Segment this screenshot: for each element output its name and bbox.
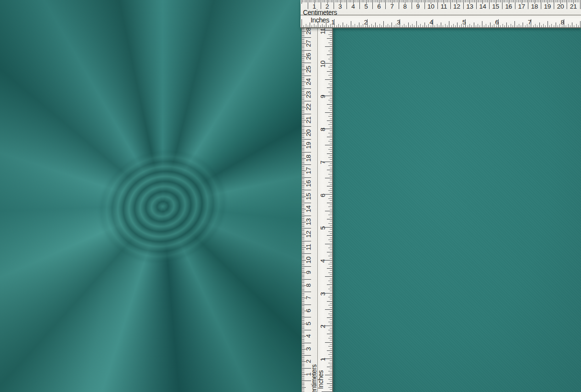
tick-mark [330, 94, 332, 94]
inch-number: 5 [462, 19, 466, 26]
tick-mark [330, 86, 332, 86]
cm-number: 13 [305, 218, 312, 225]
tick-mark [328, 198, 332, 199]
tick-mark [330, 44, 332, 45]
tick-mark [302, 194, 304, 194]
tick-mark [566, 25, 566, 28]
tick-mark [564, 0, 565, 2]
tick-mark [572, 22, 572, 27]
tick-mark [302, 118, 304, 118]
tick-mark [353, 25, 353, 28]
inch-number: 7 [320, 161, 326, 164]
tick-mark [302, 338, 304, 338]
tick-mark [302, 0, 302, 4]
tick-mark [330, 172, 332, 172]
inch-number: 4 [320, 259, 326, 262]
tick-mark [482, 21, 482, 27]
tick-mark [506, 0, 506, 2]
tick-mark [469, 24, 470, 27]
tick-mark [302, 208, 304, 208]
tick-mark [554, 25, 554, 28]
tick-mark [545, 0, 545, 2]
tick-mark [322, 24, 323, 27]
tick-mark [359, 22, 359, 27]
tick-mark [396, 0, 396, 2]
tick-mark [330, 307, 332, 308]
tick-mark [302, 330, 311, 330]
cm-number: 25 [305, 65, 312, 72]
tick-mark [330, 143, 332, 143]
tick-mark [330, 200, 332, 201]
tick-mark [330, 246, 332, 246]
tick-mark [571, 0, 571, 2]
cm-number: 1 [313, 3, 316, 10]
tick-mark [302, 320, 304, 320]
tick-mark [330, 209, 332, 209]
tick-mark [302, 346, 304, 347]
tick-mark [302, 360, 304, 361]
tick-mark [305, 0, 306, 2]
tick-mark [330, 57, 332, 57]
tick-mark [318, 21, 318, 27]
tick-mark [361, 25, 361, 28]
cm-number: 15 [305, 193, 312, 199]
tick-mark [359, 0, 360, 9]
tick-mark [302, 217, 304, 217]
tick-mark [302, 32, 304, 33]
tick-mark [341, 0, 342, 2]
tick-mark [302, 83, 304, 84]
tick-mark [406, 0, 407, 2]
tick-mark [480, 25, 480, 28]
inch-number: 3 [320, 292, 326, 295]
tick-mark [330, 365, 332, 365]
cm-number: 7 [305, 296, 312, 300]
tick-mark [328, 322, 332, 322]
tick-mark [447, 25, 447, 28]
tick-mark [538, 0, 539, 2]
tick-mark [327, 137, 332, 137]
tick-mark [302, 365, 304, 366]
tick-mark [447, 0, 447, 2]
cm-number: 15 [492, 3, 499, 10]
tick-mark [339, 0, 339, 2]
tick-mark [504, 25, 505, 28]
tick-mark [302, 66, 304, 67]
tick-mark [435, 0, 435, 2]
tick-mark [302, 242, 304, 242]
tick-mark [328, 256, 332, 256]
tick-mark [330, 225, 332, 226]
tick-mark [302, 129, 304, 130]
tick-mark [328, 75, 332, 76]
tick-mark [383, 0, 383, 2]
tick-mark [302, 99, 304, 100]
tick-mark [302, 148, 304, 149]
tick-mark [302, 382, 304, 382]
tick-mark [330, 176, 332, 176]
tick-mark [579, 0, 579, 2]
tick-mark [302, 377, 304, 377]
tick-mark [330, 65, 332, 65]
tick-mark [302, 303, 304, 304]
tick-mark [330, 348, 332, 349]
tick-mark [302, 36, 304, 36]
tick-mark [328, 182, 332, 183]
tick-mark [356, 0, 356, 2]
inch-number: 2 [320, 325, 326, 328]
tick-mark [330, 328, 332, 328]
ruler-vertical: Centimeters Inches 123456789101112131415… [302, 28, 333, 392]
tick-mark [302, 30, 304, 30]
tick-mark [328, 240, 332, 240]
tick-mark [302, 131, 304, 132]
cm-number: 6 [305, 309, 312, 312]
tick-mark [325, 309, 332, 310]
tick-mark [302, 305, 311, 305]
tick-mark [335, 0, 335, 2]
tick-mark [302, 33, 304, 34]
tick-mark [302, 101, 311, 101]
tick-mark [440, 0, 440, 2]
tick-mark [441, 22, 441, 27]
tick-mark [377, 25, 378, 28]
tick-mark [327, 219, 332, 219]
tick-mark [302, 376, 304, 376]
tick-mark [328, 43, 332, 43]
